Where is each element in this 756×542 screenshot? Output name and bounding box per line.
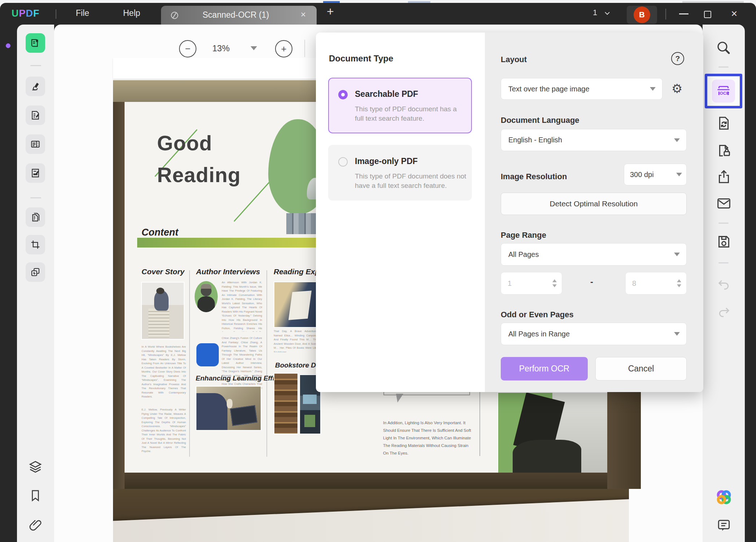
tool-ai-assistant[interactable] [715, 489, 733, 506]
tool-attachments[interactable] [28, 517, 43, 533]
toolbar-divider [718, 66, 729, 68]
layers-icon [27, 459, 43, 475]
book-cover [304, 415, 315, 427]
odd-even-dropdown[interactable]: All Pages in Range [501, 323, 687, 345]
radio-unselected-icon[interactable] [338, 157, 348, 167]
tool-search[interactable] [715, 39, 732, 56]
radio-selected-icon[interactable] [338, 90, 348, 99]
ocr-icon: OCR [716, 83, 731, 99]
tool-crop[interactable] [26, 235, 45, 254]
tool-bookmarks[interactable] [28, 489, 43, 503]
tool-fill-sign[interactable] [26, 163, 45, 183]
stepper-up-icon[interactable] [552, 279, 557, 282]
chevron-down-icon [676, 173, 682, 176]
stepper-down-icon[interactable] [552, 284, 557, 287]
legs-dark [513, 440, 581, 473]
zoom-dropdown-caret[interactable] [251, 46, 257, 50]
page-convert-icon [716, 115, 732, 132]
gear-icon[interactable]: ⚙ [672, 82, 682, 95]
titlebar-divider [665, 9, 666, 20]
tool-pages[interactable] [26, 207, 45, 227]
cover-story-paragraph-2: E.J. Mellow, Previously A Writer Flying … [142, 408, 186, 457]
detect-resolution-button[interactable]: Detect Optimal Resolution [501, 193, 687, 215]
avatar-initial: B [639, 10, 645, 20]
layout-dropdown[interactable]: Text over the page image [501, 78, 662, 100]
maximize-icon[interactable] [704, 11, 711, 18]
page-from-stepper[interactable]: 1 [501, 272, 562, 294]
account-button[interactable]: B [627, 6, 657, 24]
undo-icon [716, 277, 731, 292]
tool-mail[interactable] [716, 195, 732, 212]
cover-photo-child-on-books [142, 283, 184, 339]
tool-ocr-active[interactable]: OCR [705, 74, 742, 108]
coffee-cup [227, 399, 233, 408]
page-range-value: All Pages [508, 250, 674, 259]
blue-graphic-block [196, 343, 219, 366]
perform-ocr-button[interactable]: Perform OCR [501, 357, 588, 380]
toolbar-divider [304, 40, 305, 57]
page-range-heading: Page Range [501, 231, 546, 240]
chevron-down-icon [674, 138, 680, 142]
author-beanie [201, 284, 212, 289]
resolution-value: 300 dpi [630, 171, 676, 179]
tool-organize[interactable] [26, 134, 45, 154]
stepper-down-icon[interactable] [677, 284, 681, 287]
page-count[interactable]: 1 [593, 8, 610, 17]
tool-share[interactable] [716, 168, 732, 185]
share-icon [716, 168, 732, 185]
column-divider [479, 387, 480, 456]
tab-close-icon[interactable]: ✕ [300, 10, 306, 19]
crop-icon [30, 239, 41, 250]
toolbar-divider [718, 223, 729, 224]
menu-help[interactable]: Help [123, 8, 140, 18]
zoom-level[interactable]: 13% [212, 43, 230, 53]
document-tab[interactable]: Scanned-OCR (1) ✕ [161, 6, 317, 25]
tool-compare[interactable] [26, 262, 45, 282]
tool-protect[interactable] [716, 142, 732, 158]
resolution-dropdown[interactable]: 300 dpi [624, 164, 687, 185]
mail-icon [716, 195, 732, 212]
toolbar-divider [718, 262, 729, 263]
tool-save[interactable] [716, 233, 732, 250]
app-window: UPDF File Help Scanned-OCR (1) ✕ + 1 B ✕ [0, 3, 756, 542]
tool-reader[interactable] [26, 33, 45, 53]
photo-tablet-learning [196, 387, 261, 430]
tool-edit[interactable] [26, 106, 45, 125]
window-close-icon[interactable]: ✕ [731, 9, 738, 19]
tool-comment[interactable] [26, 77, 45, 96]
tool-redo-disabled[interactable] [716, 304, 731, 319]
updf-logo: UPDF [12, 8, 40, 19]
page-count-value: 1 [593, 8, 597, 17]
layout-heading: Layout [501, 55, 527, 64]
tool-layers[interactable] [27, 459, 43, 475]
language-dropdown[interactable]: English - English [501, 129, 687, 151]
cancel-button[interactable]: Cancel [595, 357, 687, 380]
ocr-dialog-settings-panel: Layout ? Text over the page image ⚙ Docu… [485, 33, 703, 392]
save-icon [716, 233, 732, 250]
page-range-dropdown[interactable]: All Pages [501, 243, 687, 266]
stepper-arrows[interactable] [677, 279, 681, 287]
zoom-out-button[interactable]: − [179, 40, 196, 57]
minimize-icon[interactable] [679, 13, 688, 14]
stepper-arrows[interactable] [552, 279, 557, 287]
page-from-value: 1 [508, 279, 552, 288]
page-to-stepper[interactable]: 8 [625, 272, 687, 294]
page-to-value: 8 [632, 279, 677, 288]
author-paragraph-1: An Afternoon With Jordan K. Fielding: Th… [222, 280, 262, 332]
tool-convert[interactable] [716, 115, 732, 132]
tab-document-placeholder-icon [170, 10, 179, 20]
tool-undo-disabled[interactable] [716, 277, 731, 292]
tool-feedback[interactable] [716, 517, 732, 533]
option-image-only-pdf[interactable]: Image-only PDF This type of PDF document… [328, 145, 472, 201]
new-tab-icon[interactable]: + [327, 4, 334, 18]
photo-bookshelf-1 [274, 374, 297, 434]
zoom-in-button[interactable]: + [275, 40, 292, 57]
help-icon[interactable]: ? [671, 52, 684, 65]
stepper-up-icon[interactable] [677, 279, 681, 282]
document-language-heading: Document Language [501, 116, 579, 125]
menu-file[interactable]: File [76, 8, 89, 18]
tablet [230, 405, 257, 426]
pdf-page-2[interactable] [113, 489, 629, 542]
magazine-title-line1: Good [157, 127, 241, 159]
option-searchable-pdf[interactable]: Searchable PDF This type of PDF document… [328, 78, 472, 133]
